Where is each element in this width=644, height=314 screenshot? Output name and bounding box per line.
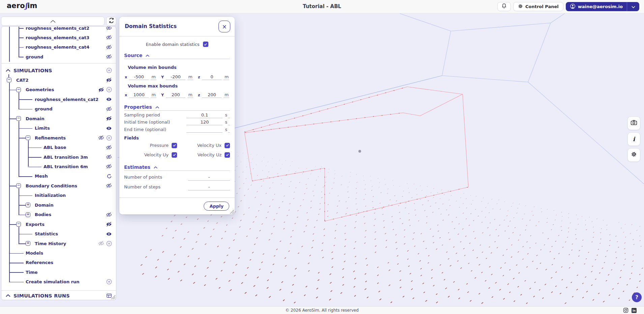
chevron-down-icon	[631, 3, 636, 10]
field-label: Velocity Uy	[144, 152, 169, 157]
aerosim-logo: aeroʃim	[7, 1, 37, 10]
expander-minus-box[interactable]: −	[26, 135, 30, 140]
tree-header-simulations-runs[interactable]: SIMULATIONS RUNS	[1, 291, 116, 300]
axis-label: z	[198, 93, 200, 98]
expander-plus-box[interactable]: +	[26, 241, 30, 246]
unit-label: m	[151, 92, 156, 98]
user-menu-caret[interactable]	[627, 2, 639, 11]
eye-off-icon[interactable]	[106, 54, 112, 60]
field-checkbox-velocity-uz[interactable]	[225, 152, 230, 158]
close-button[interactable]: ×	[218, 21, 230, 32]
svg-text:in: in	[633, 309, 636, 312]
bound-y-input[interactable]: 200	[166, 92, 185, 98]
control-panel-button[interactable]: Control Panel	[513, 2, 563, 11]
tree-connector-stub	[19, 128, 32, 129]
apply-button[interactable]: Apply	[204, 202, 229, 211]
dialog-title: Domain Statistics	[125, 23, 177, 29]
tree-connector-line	[19, 93, 19, 109]
eye-off-icon[interactable]	[106, 154, 112, 160]
field-checkbox-velocity-ux[interactable]	[225, 143, 230, 148]
estimates-rows: Number of points - Number of steps -	[124, 171, 230, 190]
eye-off-icon[interactable]	[106, 212, 112, 218]
field-label: Velocity Ux	[197, 143, 222, 148]
eye-mixed-icon[interactable]	[106, 115, 112, 122]
viewport-settings-button[interactable]	[627, 148, 640, 162]
tree-connector-line	[19, 121, 19, 176]
user-menu[interactable]: waine@aerosim.io	[566, 2, 639, 11]
tree-connector-line	[9, 27, 10, 62]
eye-icon[interactable]	[106, 96, 112, 102]
eye-off-muted-icon[interactable]	[98, 240, 104, 246]
expander-minus-box[interactable]: −	[16, 87, 21, 92]
properties-label: Properties	[124, 104, 152, 110]
field-cell: Velocity Ux	[177, 142, 230, 149]
eye-off-icon[interactable]	[106, 34, 112, 41]
plus-circle-icon[interactable]	[106, 87, 112, 93]
close-icon: ×	[222, 23, 227, 30]
notifications-button[interactable]	[497, 2, 511, 11]
eye-off-icon[interactable]	[106, 183, 112, 189]
property-label: Sampling period	[124, 112, 160, 118]
tree-header-simulations[interactable]: SIMULATIONS	[1, 66, 116, 75]
eye-off-icon[interactable]	[106, 44, 112, 50]
eye-mixed-icon[interactable]	[98, 87, 104, 93]
topbar-actions: Control Panel waine@aerosim.io	[497, 2, 639, 11]
volume-max-row: x 1000 mY 200 mz 200 m	[124, 91, 230, 98]
bound-x-input[interactable]: 1000	[129, 92, 149, 98]
tree-connector-stub	[19, 37, 24, 38]
expander-plus-box[interactable]: +	[26, 212, 30, 217]
refresh-icon[interactable]	[107, 174, 112, 179]
tree-connector-stub	[9, 263, 24, 263]
estimate-label: Number of steps	[124, 184, 160, 190]
plus-circle-icon[interactable]	[106, 135, 112, 141]
field-checkbox-pressure[interactable]	[172, 143, 177, 148]
eye-icon[interactable]	[106, 231, 112, 237]
eye-off-icon[interactable]	[106, 26, 112, 31]
field-checkbox-velocity-uy[interactable]	[172, 152, 177, 158]
linkedin-icon[interactable]: in	[632, 308, 637, 313]
eye-mixed-icon[interactable]	[106, 221, 112, 227]
section-source[interactable]: Source	[124, 52, 230, 59]
expander-minus-box[interactable]: −	[16, 116, 21, 121]
end-time-optional--input[interactable]	[186, 132, 223, 133]
section-estimates[interactable]: Estimates	[124, 164, 230, 171]
eye-mixed-icon[interactable]	[106, 77, 112, 83]
user-email-section[interactable]: waine@aerosim.io	[566, 2, 627, 11]
info-button[interactable]: i	[627, 132, 640, 146]
expander-plus-box[interactable]: +	[26, 203, 30, 207]
expander-minus-box[interactable]: −	[7, 78, 11, 82]
eye-off-icon[interactable]	[106, 163, 112, 169]
plus-circle-icon[interactable]	[106, 241, 112, 246]
initial-time-optional--input[interactable]: 120	[186, 120, 223, 125]
eye-icon[interactable]	[106, 125, 112, 131]
section-divider	[124, 59, 230, 59]
enable-checkbox[interactable]	[203, 42, 208, 47]
chevron-up-icon	[5, 294, 11, 297]
tree-refresh-button[interactable]	[106, 17, 116, 26]
expander-minus-box[interactable]: −	[16, 183, 21, 188]
estimate-label: Number of points	[124, 175, 162, 181]
tree-connector-stub	[19, 176, 32, 177]
plus-circle-icon[interactable]	[106, 68, 112, 73]
axis-label: Y	[161, 75, 164, 80]
tree-connector-line	[19, 227, 19, 243]
plus-circle-icon[interactable]	[106, 279, 112, 285]
bound-z-input[interactable]: 200	[202, 92, 222, 98]
bound-z-input[interactable]: 0	[202, 74, 222, 80]
help-button[interactable]: ?	[632, 292, 642, 302]
tree-connector-line	[9, 83, 10, 282]
sampling-period-input[interactable]: 0.1	[186, 112, 223, 118]
tree-item-cat2[interactable]: CAT2	[1, 75, 116, 85]
expander-minus-box[interactable]: −	[16, 222, 21, 227]
property-row: Initial time (optional) 120 s	[124, 118, 230, 126]
eye-off-icon[interactable]	[106, 106, 112, 112]
instagram-icon[interactable]	[623, 308, 628, 313]
table-icon[interactable]	[106, 293, 112, 298]
sidebar-collapse-bar[interactable]	[1, 17, 105, 26]
bound-x-input[interactable]: -500	[129, 74, 149, 80]
bound-y-input[interactable]: -200	[166, 74, 185, 80]
eye-off-icon[interactable]	[98, 135, 104, 141]
section-properties[interactable]: Properties	[124, 104, 230, 110]
screenshot-button[interactable]	[627, 116, 640, 130]
eye-off-icon[interactable]	[106, 145, 112, 151]
